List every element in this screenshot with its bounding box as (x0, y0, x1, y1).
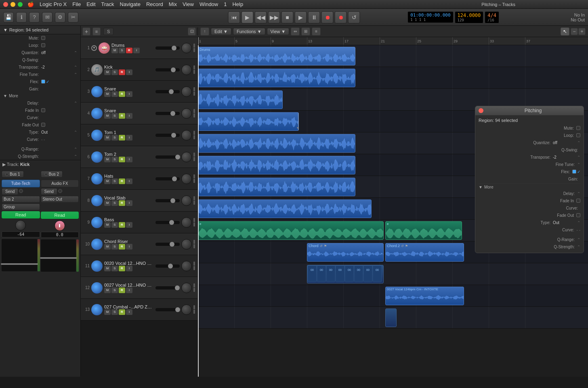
bus2-button[interactable]: Bus 2 (41, 171, 63, 178)
finetune-stepper[interactable]: ⌃ (74, 72, 77, 77)
record-menu[interactable]: Record (146, 1, 163, 7)
fader-thumb[interactable] (175, 307, 180, 312)
region[interactable] (198, 69, 355, 87)
p-transpose-stepper[interactable]: ⌃ (577, 155, 580, 159)
track-vol-knob[interactable] (181, 43, 192, 53)
input-btn[interactable]: I (126, 178, 132, 184)
up-arrow-button[interactable]: ↑ (200, 27, 209, 36)
bus2-out-button[interactable]: Bus 2 (2, 196, 40, 203)
solo-btn[interactable]: S (111, 222, 118, 228)
mute-btn[interactable]: M (104, 113, 111, 119)
view-menu[interactable]: View (183, 1, 194, 7)
fader-thumb[interactable] (170, 111, 175, 116)
mute-btn[interactable]: M (104, 200, 111, 206)
help-menu[interactable]: Help (232, 1, 243, 7)
qstrength-stepper[interactable]: ⌃ (74, 154, 77, 159)
record-button[interactable]: ⏺ (321, 11, 334, 23)
input-btn[interactable]: I (126, 91, 132, 97)
type-value[interactable]: Out (41, 130, 48, 134)
maximize-button[interactable] (18, 2, 23, 7)
loop-checkbox[interactable] (41, 43, 45, 47)
track-vol-knob[interactable] (181, 86, 192, 97)
track-vol-knob[interactable] (181, 239, 192, 250)
pause-button[interactable]: ⏸ (308, 11, 320, 23)
track-vol-knob[interactable] (181, 108, 192, 119)
p-delay-stepper[interactable]: ⌃ (577, 191, 580, 196)
fader-mini[interactable] (155, 46, 180, 50)
goto-start-button[interactable]: ⏮ (228, 11, 240, 23)
fader-thumb[interactable] (169, 220, 174, 225)
send-knob2[interactable] (58, 189, 62, 193)
region[interactable] (198, 156, 355, 174)
record-btn[interactable]: R (119, 113, 125, 119)
fader-mini[interactable] (155, 221, 180, 224)
solo-btn[interactable]: S (111, 113, 118, 119)
fader-mini[interactable] (155, 177, 180, 180)
fadein-checkbox[interactable] (41, 108, 45, 112)
fader-mini[interactable] (155, 155, 180, 159)
mute-btn[interactable]: M (104, 222, 111, 228)
fader-mini[interactable] (155, 68, 180, 71)
p-type-value[interactable]: Out (553, 220, 577, 225)
mode-button[interactable]: S (103, 28, 113, 35)
record-btn[interactable]: R (119, 135, 125, 141)
stop-button[interactable]: ■ (281, 11, 294, 23)
solo-btn[interactable]: S (111, 178, 118, 184)
fader-mini[interactable] (155, 90, 180, 93)
send-knob1[interactable] (19, 189, 23, 193)
edit-button[interactable]: Edit ▼ (211, 28, 231, 35)
add-track-button[interactable]: + (82, 27, 90, 36)
zoom-plus-button[interactable]: + (578, 28, 586, 35)
record-btn[interactable]: R (119, 91, 125, 97)
p-qrange-stepper[interactable]: ⌃ (577, 237, 580, 242)
send-button1[interactable]: Send (2, 188, 18, 195)
solo-btn[interactable]: S (111, 69, 118, 75)
forward-button[interactable]: ▶▶ (268, 11, 280, 23)
track-fold-arrow[interactable]: ▼ (91, 45, 97, 51)
p-finetune-stepper[interactable]: ⌃ (577, 162, 580, 167)
track-vol-knob[interactable] (181, 130, 192, 141)
input-btn[interactable]: I (126, 113, 132, 119)
fader-thumb[interactable] (169, 89, 174, 94)
view-button[interactable]: View ▼ (267, 28, 290, 35)
group-button[interactable]: Group (2, 203, 40, 210)
help-menu-num[interactable]: 1 (224, 1, 227, 7)
p-fadein-checkbox[interactable] (576, 199, 580, 203)
input-btn[interactable]: I (126, 222, 132, 228)
region[interactable]: Chord ↺ ⚑ (307, 243, 384, 262)
solo-btn[interactable]: S (111, 135, 118, 141)
qrange-stepper[interactable]: ⌃ (74, 147, 77, 151)
track-vol-knob[interactable] (181, 152, 192, 162)
record-btn[interactable]: R (119, 244, 125, 250)
flex-checkbox[interactable] (41, 80, 45, 84)
zoom-minus-button[interactable]: − (571, 28, 578, 35)
mute-btn[interactable]: M (104, 287, 111, 293)
record-btn[interactable]: R (119, 222, 125, 228)
mute-btn[interactable]: M (104, 157, 111, 162)
region-header[interactable]: ▼ Region: 94 selected (0, 26, 80, 34)
transpose-stepper[interactable]: ⌃ (74, 65, 77, 69)
record-btn[interactable]: R (119, 200, 125, 206)
plugin-button[interactable]: Tube-Tech (2, 180, 40, 187)
p-quantize-stepper[interactable]: ⌃ (577, 141, 580, 145)
mute-btn[interactable]: M (104, 69, 111, 75)
navigate-menu[interactable]: Navigate (120, 1, 141, 7)
solo-btn[interactable]: S (111, 309, 118, 315)
pitching-close-button[interactable] (479, 108, 483, 113)
p-more-section[interactable]: ▼ More (479, 183, 580, 190)
fader-thumb[interactable] (175, 155, 180, 159)
track-vol-knob[interactable] (181, 217, 192, 228)
p-flex-checkbox[interactable] (572, 170, 576, 174)
window-menu[interactable]: Window (200, 1, 218, 7)
settings-icon[interactable]: ⚙ (55, 12, 65, 23)
mix-menu[interactable]: Mix (169, 1, 177, 7)
fader-mini[interactable] (155, 243, 180, 246)
fader-thumb[interactable] (170, 242, 174, 247)
region[interactable] (198, 112, 299, 131)
save-icon[interactable]: 💾 (3, 12, 14, 23)
fader-mini[interactable] (155, 286, 180, 289)
scissors-icon[interactable]: ✂ (68, 12, 78, 23)
type-stepper[interactable]: ⌃ (74, 130, 77, 134)
record-btn[interactable]: R (119, 157, 125, 162)
solo-btn[interactable]: S (111, 91, 118, 97)
